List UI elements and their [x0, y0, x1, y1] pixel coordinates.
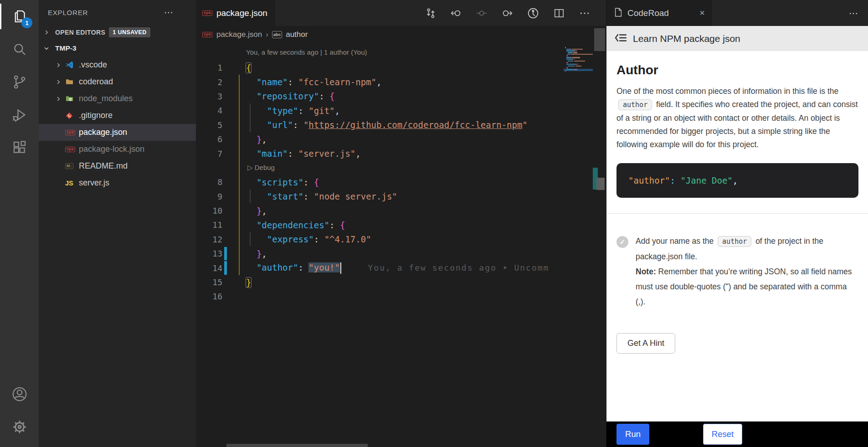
code-token	[246, 134, 257, 144]
indent-guide	[250, 232, 251, 246]
workspace-root-folder[interactable]: TMP-3	[39, 40, 196, 57]
code-line[interactable]: 10 },	[196, 204, 606, 218]
split-editor-icon[interactable]	[553, 7, 565, 19]
code-text: "name": "fcc-learn-npm",	[246, 77, 381, 87]
explorer-file-.vscode[interactable]: .vscode	[39, 57, 196, 73]
gutter	[222, 289, 246, 303]
code-token: :	[329, 220, 334, 230]
gutter	[222, 89, 246, 103]
code-line[interactable]: 13 },	[196, 247, 606, 261]
get-a-hint-button[interactable]: Get A Hint	[616, 333, 675, 354]
breadcrumb-file[interactable]: package.json	[216, 30, 262, 39]
file-name: server.js	[79, 178, 109, 188]
code-token: }	[257, 134, 262, 144]
code-line[interactable]: 8 "scripts": {	[196, 175, 606, 189]
code-token: "you!"	[308, 262, 340, 272]
line-number: 2	[196, 77, 222, 87]
activity-extensions-button[interactable]	[0, 131, 39, 164]
compare-changes-icon[interactable]	[425, 7, 437, 19]
horizontal-scrollbar[interactable]	[226, 444, 368, 447]
code-line[interactable]: 11 "dependencies": {	[196, 218, 606, 232]
code-token: }	[246, 277, 251, 288]
code-line[interactable]: 9 "start": "node server.js"	[196, 190, 606, 204]
activity-explorer-button[interactable]: 1	[0, 0, 39, 33]
code-token: https://github.com/coderoad/fcc-learn-np…	[308, 120, 522, 130]
explorer-file-.gitignore[interactable]: .gitignore	[39, 107, 196, 124]
code-token: {	[329, 91, 334, 101]
gutter	[222, 103, 246, 118]
code-token	[246, 77, 257, 87]
tab-package-json[interactable]: npm package.json	[196, 0, 275, 26]
code-token	[246, 262, 257, 272]
explorer-file-node_modules[interactable]: JSnode_modules	[39, 90, 196, 107]
more-actions-icon[interactable]	[579, 7, 591, 19]
code-token: ,	[376, 77, 381, 87]
run-timeline-icon[interactable]	[527, 7, 539, 20]
reset-button[interactable]: Reset	[703, 424, 742, 445]
code-line[interactable]: 6 },	[196, 132, 606, 146]
code-token	[246, 149, 257, 159]
settings-gear-button[interactable]	[0, 411, 39, 443]
explorer-more-actions-icon[interactable]: ⋯	[164, 7, 174, 18]
code-text: "main": "server.js",	[246, 149, 361, 159]
code-token: "^4.17.0"	[324, 234, 371, 244]
code-token	[308, 177, 313, 187]
open-editors-section[interactable]: OPEN EDITORS 1 UNSAVED	[39, 25, 196, 40]
vertical-scrollbar[interactable]	[594, 28, 605, 51]
code-line[interactable]: 3 "repository": {	[196, 89, 606, 103]
code-line[interactable]: 5 "url": "https://github.com/coderoad/fc…	[196, 118, 606, 132]
unsaved-badge: 1 UNSAVED	[109, 27, 150, 37]
code-line[interactable]: 7 "main": "server.js",	[196, 146, 606, 160]
git-branch-icon	[12, 74, 27, 90]
overview-ruler-handle[interactable]	[596, 178, 605, 190]
tab-coderoad[interactable]: CodeRoad ×	[606, 0, 712, 26]
modified-line-marker	[222, 247, 246, 261]
activity-search-button[interactable]	[0, 33, 39, 66]
gutter	[222, 146, 246, 160]
close-icon[interactable]: ×	[699, 8, 705, 18]
js-file-icon: JS	[65, 180, 78, 187]
accounts-button[interactable]	[0, 378, 39, 411]
code-line[interactable]: 2 "name": "fcc-learn-npm",	[196, 75, 606, 89]
code-line[interactable]: 15}	[196, 275, 606, 289]
npm-file-icon: npm	[65, 130, 78, 135]
editor-group: npm package.json	[196, 0, 606, 447]
back-to-list-icon[interactable]	[615, 32, 627, 45]
code-token: :	[288, 149, 293, 159]
activity-run-debug-button[interactable]	[0, 98, 39, 131]
code-text: "type": "git",	[246, 106, 340, 116]
code-token	[303, 262, 308, 272]
panel-more-actions-icon[interactable]: ⋯	[849, 8, 868, 19]
nav-back-icon[interactable]	[450, 7, 462, 19]
explorer-file-package-lock.json[interactable]: npmpackage-lock.json	[39, 141, 196, 158]
activity-source-control-button[interactable]	[0, 66, 39, 98]
code-line[interactable]: 4 "type": "git",	[196, 103, 606, 118]
code-text: "url": "https://github.com/coderoad/fcc-…	[246, 120, 528, 130]
code-token: ,	[262, 134, 267, 144]
explorer-file-package.json[interactable]: npmpackage.json	[39, 124, 196, 141]
code-text: },	[246, 206, 267, 216]
debug-codelens[interactable]: ▷ Debug	[196, 161, 606, 175]
explorer-file-server.js[interactable]: JSserver.js	[39, 175, 196, 191]
minimap[interactable]	[564, 43, 593, 447]
blame-codelens[interactable]: You, a few seconds ago | 1 author (You)	[196, 43, 606, 61]
gutter	[222, 204, 246, 218]
explorer-file-README.md[interactable]: M↓README.md	[39, 158, 196, 175]
code-line[interactable]: 12 "express": "^4.17.0"	[196, 232, 606, 247]
code-line[interactable]: 1{	[196, 61, 606, 75]
run-button[interactable]: Run	[616, 424, 649, 445]
code-token	[319, 234, 324, 244]
text-run: One of the most common pieces of informa…	[616, 87, 838, 96]
nav-forward-icon[interactable]	[501, 7, 513, 19]
code-editor[interactable]: You, a few seconds ago | 1 author (You)1…	[196, 43, 606, 447]
line-number: 13	[196, 249, 222, 258]
panel-footer: Run Reset	[606, 421, 868, 447]
breadcrumb-symbol[interactable]: author	[286, 30, 308, 39]
code-line[interactable]: 14 "author": "you!"You, a few seconds ag…	[196, 261, 606, 275]
tab-label: package.json	[216, 8, 267, 18]
explorer-file-coderoad[interactable]: coderoad	[39, 73, 196, 90]
code-token: "author"	[257, 262, 298, 272]
code-line[interactable]: 16	[196, 289, 606, 303]
code-text: "express": "^4.17.0"	[246, 234, 371, 244]
breadcrumb: npm package.json › abc author	[196, 26, 606, 43]
